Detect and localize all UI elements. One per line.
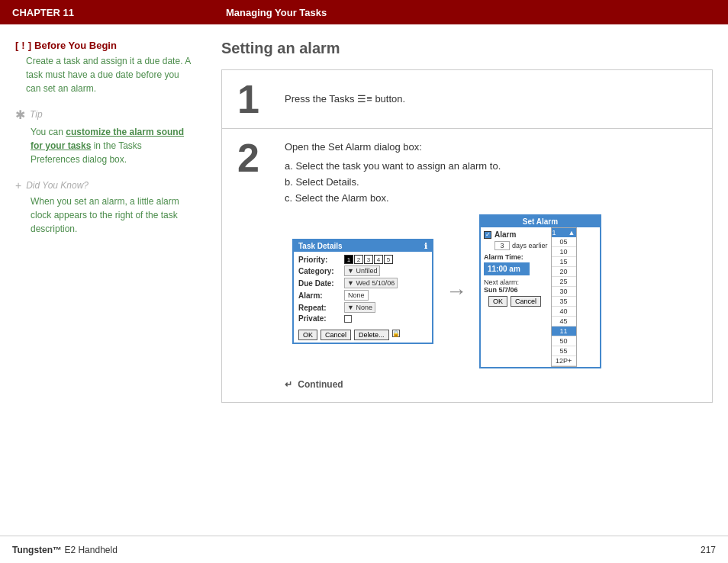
tip-section: ✱ Tip You can customize the alarm sound … (15, 109, 191, 166)
step-2-intro: Open the Set Alarm dialog box: (285, 141, 703, 153)
due-date-row: Due Date: ▼ Wed 5/10/06 (298, 278, 427, 288)
bracket-open: [ (15, 40, 18, 51)
tip-pre-text: You can (31, 127, 66, 137)
ok-button[interactable]: OK (298, 330, 317, 340)
info-icon: ℹ (424, 242, 427, 250)
step-1-text-post: button. (375, 93, 405, 105)
category-row: Category: ▼ Unfiled (298, 265, 427, 276)
alarm-ok-button[interactable]: OK (488, 296, 507, 307)
category-label: Category: (298, 267, 344, 275)
continued-text: ↵ Continued (285, 379, 703, 390)
cancel-button[interactable]: Cancel (321, 330, 351, 340)
list-item: b. Select Details. (285, 176, 703, 188)
main-content: [ ! ] Before You Begin Create a task and… (0, 24, 728, 536)
alarm-row: Alarm: None (298, 290, 427, 301)
tip-text: You can customize the alarm sound for yo… (15, 125, 191, 166)
tasks-icon: ☰≡ (357, 93, 372, 105)
alarm-time-section: Alarm Time: 11:00 am (484, 253, 548, 275)
private-label: Private: (298, 314, 344, 323)
priority-5[interactable]: 5 (384, 255, 393, 264)
due-date-label: Due Date: (298, 279, 344, 288)
section-title: Setting an alarm (221, 40, 713, 57)
priority-3[interactable]: 3 (364, 255, 373, 264)
task-details-body: Priority: 1 2 3 4 5 (294, 252, 432, 327)
repeat-dropdown[interactable]: ▼ None (344, 302, 375, 313)
step-2-list: a. Select the task you want to assign an… (285, 160, 703, 204)
list-item: a. Select the task you want to assign an… (285, 160, 703, 172)
time-scroll-list: 1 ▲ 05 10 15 20 25 30 35 (551, 227, 577, 367)
scroll-header: 1 ▲ (552, 228, 576, 237)
steps-container: 1 Press the Tasks ☰≡ button. 2 Open the … (221, 69, 713, 403)
chapter-title: Managing Your Tasks (226, 7, 327, 18)
scroll-item-45[interactable]: 45 (552, 317, 576, 327)
step-2: 2 Open the Set Alarm dialog box: a. Sele… (222, 129, 712, 402)
scroll-item-05[interactable]: 05 (552, 237, 576, 247)
priority-2[interactable]: 2 (354, 255, 363, 264)
step-1-content: Press the Tasks ☰≡ button. (275, 70, 712, 117)
priority-1[interactable]: 1 (344, 255, 353, 264)
alarm-checkbox[interactable]: ✓ (484, 231, 491, 239)
step-1-text-pre: Press the Tasks (285, 93, 355, 105)
priority-label: Priority: (298, 256, 344, 264)
scroll-item-12p[interactable]: 12P+ (552, 356, 576, 366)
continued-arrow-icon: ↵ (285, 379, 292, 390)
category-dropdown[interactable]: ▼ Unfiled (344, 265, 380, 276)
set-alarm-titlebar: Set Alarm (481, 216, 600, 227)
brand-name: Tungsten™ (12, 545, 62, 555)
scroll-item-35[interactable]: 35 (552, 297, 576, 307)
scroll-item-55[interactable]: 55 (552, 346, 576, 356)
repeat-row: Repeat: ▼ None (298, 302, 427, 313)
set-alarm-dialog: Set Alarm ✓ Alarm (479, 214, 601, 368)
step-1-text: Press the Tasks ☰≡ button. (285, 82, 703, 105)
list-item: c. Select the Alarm box. (285, 192, 703, 204)
step-2-number: 2 (222, 129, 275, 187)
model-name: E2 Handheld (62, 545, 118, 555)
before-you-begin-text: Create a task and assign it a due date. … (15, 54, 191, 95)
alarm-days-row: 3 days earlier (494, 241, 548, 250)
priority-row: Priority: 1 2 3 4 5 (298, 255, 427, 264)
next-alarm-section: Next alarm: Sun 5/7/06 (484, 278, 548, 294)
scroll-item-15[interactable]: 15 (552, 257, 576, 267)
scroll-item-30[interactable]: 30 (552, 287, 576, 297)
task-details-footer: OK Cancel Delete... 🔒 (294, 327, 432, 343)
did-you-know-text: When you set an alarm, a little alarm cl… (15, 195, 191, 236)
next-alarm-label: Next alarm: (484, 278, 548, 286)
exclamation-header: [ ! ] Before You Begin (15, 40, 191, 51)
continued-label: Continued (298, 379, 343, 390)
alarm-left-body: ✓ Alarm 3 days earlier (481, 227, 551, 367)
scroll-item-10[interactable]: 10 (552, 247, 576, 257)
did-you-know-title: Did You Know? (26, 180, 89, 191)
footer-brand: Tungsten™ E2 Handheld (12, 545, 118, 555)
page-number: 217 (701, 545, 716, 555)
alarm-left: ✓ Alarm 3 days earlier (484, 230, 548, 364)
exclamation-icon: ! (21, 40, 24, 51)
scroll-item-50[interactable]: 50 (552, 336, 576, 346)
task-details-titlebar: Task Details ℹ (294, 240, 432, 252)
alarm-footer: OK Cancel (484, 294, 548, 309)
step-1: 1 Press the Tasks ☰≡ button. (222, 70, 712, 129)
before-you-begin-title: Before You Begin (34, 40, 117, 51)
next-alarm-value: Sun 5/7/06 (484, 286, 548, 294)
scroll-item-40[interactable]: 40 (552, 307, 576, 317)
due-date-dropdown[interactable]: ▼ Wed 5/10/06 (344, 278, 398, 288)
scroll-item-20[interactable]: 20 (552, 267, 576, 277)
tip-header: ✱ Tip (15, 109, 191, 122)
right-content: Setting an alarm 1 Press the Tasks ☰≡ bu… (206, 40, 728, 536)
delete-button[interactable]: Delete... (354, 330, 389, 340)
alarm-time-display[interactable]: 11:00 am (484, 262, 530, 275)
alarm-label: Alarm (494, 230, 516, 239)
alarm-time-label: Alarm Time: (484, 253, 548, 261)
repeat-label: Repeat: (298, 304, 344, 312)
scroll-item-25[interactable]: 25 (552, 277, 576, 287)
priority-4[interactable]: 4 (374, 255, 383, 264)
days-input[interactable]: 3 (494, 241, 510, 250)
scroll-item-11[interactable]: 11 (552, 327, 576, 336)
before-you-begin-section: [ ! ] Before You Begin Create a task and… (15, 40, 191, 95)
scroll-up-arrow: ▲ (569, 229, 575, 236)
alarm-cancel-button[interactable]: Cancel (511, 296, 541, 307)
private-checkbox[interactable] (344, 315, 352, 323)
dialogs-area: Task Details ℹ Priority: 1 2 3 (292, 214, 703, 368)
alarm-value[interactable]: None (344, 290, 369, 301)
alarm-checkbox-row: ✓ Alarm (484, 230, 548, 239)
step-1-number: 1 (222, 70, 275, 128)
